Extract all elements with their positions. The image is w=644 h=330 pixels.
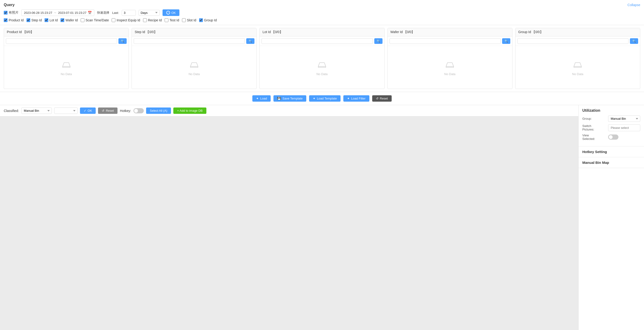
classified-reset-icon: ↺	[102, 109, 104, 112]
ok-button[interactable]: ✓ OK	[162, 10, 180, 16]
hotkey-toggle[interactable]	[134, 108, 144, 113]
view-selected-toggle[interactable]	[608, 135, 618, 140]
load-template-label: Load Template	[317, 97, 337, 100]
quick-select-label: 快速选择	[97, 11, 109, 15]
last-number-input[interactable]	[122, 10, 136, 16]
step-id-search-button[interactable]: 🔍	[246, 38, 254, 44]
product-id-search-input[interactable]	[6, 38, 117, 44]
save-template-button[interactable]: 💾 Save Template	[274, 95, 306, 102]
wafer-id-search-input[interactable]	[390, 38, 501, 44]
lot-id-search-input[interactable]	[262, 38, 373, 44]
step-id-no-data-icon	[188, 59, 200, 70]
query-row1: 有照片 2023-06-28 15:23:27 ～ 2023-07-01 15:…	[4, 10, 640, 16]
product-id-checkbox-label[interactable]: Product Id	[4, 18, 24, 22]
calendar-icon[interactable]: 📅	[88, 11, 92, 15]
query-title-row: Query Collapse	[4, 3, 640, 7]
switch-pictures-value-container	[608, 124, 640, 131]
switch-pictures-input[interactable]	[608, 124, 640, 131]
group-id-label: Group Id	[204, 18, 217, 22]
inspect-equip-checkbox[interactable]	[112, 18, 116, 22]
hotkey-label: Hotkey:	[120, 109, 131, 113]
switch-pictures-row: SwitchPictures:	[582, 124, 640, 131]
group-id-search-input[interactable]	[517, 38, 628, 44]
step-id-panel-body: No Data	[132, 46, 256, 88]
scan-time-checkbox-label[interactable]: Scan Time/Date	[81, 18, 109, 22]
select-all-button[interactable]: Select All (A)	[146, 108, 171, 114]
last-label: Last:	[112, 11, 119, 15]
load-template-button[interactable]: ✦ Load Template	[309, 95, 340, 102]
product-id-checkbox[interactable]	[4, 18, 8, 22]
add-to-image-db-button[interactable]: + Add to image DB	[173, 108, 206, 114]
days-select[interactable]: Days Hours Weeks	[138, 10, 160, 16]
reset-button[interactable]: ↺ Reset	[372, 95, 392, 102]
lot-id-search-button[interactable]: 🔍	[374, 38, 382, 44]
step-id-checkbox-label[interactable]: Step Id	[26, 18, 42, 22]
step-id-checkbox[interactable]	[26, 18, 30, 22]
product-id-no-data-text: No Data	[61, 72, 72, 76]
wafer-id-checkbox-label[interactable]: Wafer Id	[60, 18, 78, 22]
recipe-id-checkbox[interactable]	[143, 18, 147, 22]
group-select[interactable]: Manual Bin	[608, 116, 640, 122]
wafer-id-panel-body: No Data	[388, 46, 512, 88]
bottom-section: Classified: Manual Bin ✓ OK ↺ Reset Hotk…	[0, 105, 644, 330]
product-id-label: Product Id	[9, 18, 24, 22]
group-id-checkbox-label[interactable]: Group Id	[199, 18, 217, 22]
lot-id-checkbox-label[interactable]: Lot Id	[44, 18, 58, 22]
step-id-search-input[interactable]	[134, 38, 245, 44]
step-id-no-data-text: No Data	[188, 72, 200, 76]
step-id-panel: Step Id 【0/0】 🔍 No Data	[132, 28, 256, 89]
has-photo-checkbox-label[interactable]: 有照片	[4, 11, 18, 15]
manual-bin-map-heading: Manual Bin Map	[578, 157, 644, 168]
step-id-label: Step Id	[32, 18, 42, 22]
scan-time-checkbox[interactable]	[81, 18, 84, 22]
wafer-id-panel-search: 🔍	[388, 36, 512, 46]
lot-id-no-data-text: No Data	[316, 72, 328, 76]
load-filter-button[interactable]: ✦ Load Filter	[343, 95, 369, 102]
load-label: Load	[260, 97, 267, 100]
test-id-checkbox-label[interactable]: Test Id	[165, 18, 179, 22]
product-id-panel-search: 🔍	[4, 36, 128, 46]
lot-id-checkbox[interactable]	[44, 18, 48, 22]
has-photo-checkbox[interactable]	[4, 11, 8, 15]
date-start: 2023-06-28 15:23:27	[24, 11, 52, 15]
inspect-equip-label: Inspect Equip Id	[116, 18, 140, 22]
wafer-id-checkbox[interactable]	[60, 18, 64, 22]
slot-id-checkbox-label[interactable]: Slot Id	[182, 18, 196, 22]
lot-id-panel: Lot Id 【0/0】 🔍 No Data	[260, 28, 384, 89]
has-photo-label: 有照片	[9, 11, 18, 15]
test-id-checkbox[interactable]	[165, 18, 168, 22]
group-id-no-data-text: No Data	[572, 72, 584, 76]
wafer-id-label: Wafer Id	[66, 18, 78, 22]
action-row: ✦ Load 💾 Save Template ✦ Load Template ✦…	[0, 92, 644, 105]
add-to-image-db-label: + Add to image DB	[177, 109, 203, 112]
date-range-input[interactable]: 2023-06-28 15:23:27 ～ 2023-07-01 15:23:2…	[21, 10, 94, 16]
recipe-id-checkbox-label[interactable]: Recipe Id	[143, 18, 162, 22]
test-id-label: Test Id	[170, 18, 179, 22]
group-id-panel-header: Group Id 【0/0】	[516, 28, 640, 36]
scan-time-label: Scan Time/Date	[86, 18, 109, 22]
load-filter-label: Load Filter	[351, 97, 366, 100]
classified-select[interactable]: Manual Bin	[21, 108, 52, 114]
filter-panels: Product Id 【0/0】 🔍 No Data Step Id 【0/0】	[0, 25, 644, 92]
load-button[interactable]: ✦ Load	[252, 95, 271, 102]
group-id-checkbox[interactable]	[199, 18, 203, 22]
lot-id-panel-header: Lot Id 【0/0】	[260, 28, 384, 36]
reset-label: Reset	[380, 97, 388, 100]
ok-icon: ✓	[166, 11, 170, 15]
step-id-panel-header: Step Id 【0/0】	[132, 28, 256, 36]
inspect-equip-checkbox-label[interactable]: Inspect Equip Id	[112, 18, 140, 22]
lot-id-panel-body: No Data	[260, 46, 384, 88]
wafer-id-search-button[interactable]: 🔍	[502, 38, 510, 44]
classified-ok-icon: ✓	[84, 109, 86, 112]
group-id-search-button[interactable]: 🔍	[630, 38, 638, 44]
collapse-link[interactable]: Collapse	[628, 3, 640, 7]
product-id-panel-header: Product Id 【0/0】	[4, 28, 128, 36]
classified-ok-button[interactable]: ✓ OK	[80, 108, 96, 114]
slot-id-label: Slot Id	[187, 18, 196, 22]
lot-id-panel-search: 🔍	[260, 36, 384, 46]
recipe-id-label: Recipe Id	[148, 18, 162, 22]
slot-id-checkbox[interactable]	[182, 18, 186, 22]
classified-sub-select[interactable]	[54, 108, 78, 114]
product-id-search-button[interactable]: 🔍	[118, 38, 127, 44]
classified-reset-button[interactable]: ↺ Reset	[98, 108, 118, 114]
